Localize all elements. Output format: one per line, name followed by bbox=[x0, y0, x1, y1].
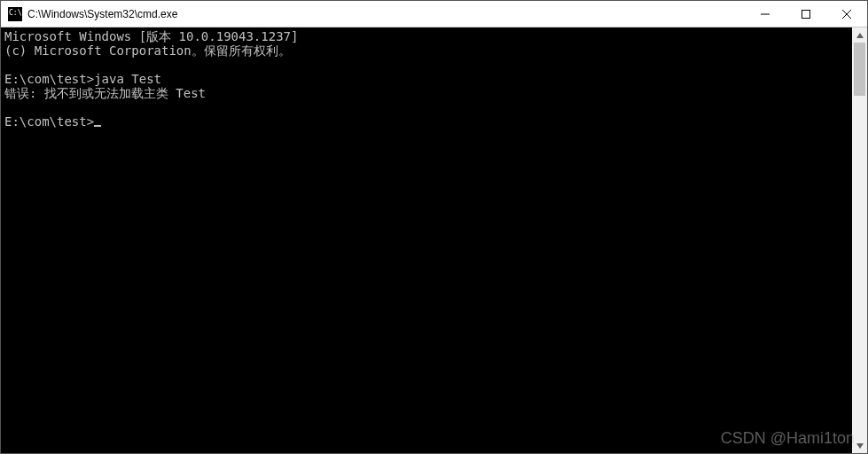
client-area: Microsoft Windows [版本 10.0.19043.1237] (… bbox=[1, 27, 867, 453]
scroll-track[interactable] bbox=[852, 43, 867, 438]
scroll-down-button[interactable] bbox=[852, 438, 867, 453]
copyright-line: (c) Microsoft Corporation。保留所有权利。 bbox=[4, 43, 291, 58]
close-icon bbox=[842, 10, 851, 19]
close-button[interactable] bbox=[826, 1, 867, 27]
scroll-up-button[interactable] bbox=[852, 27, 867, 43]
title-bar[interactable]: C:\Windows\System32\cmd.exe bbox=[1, 1, 867, 27]
minimize-icon bbox=[761, 10, 770, 19]
scroll-thumb[interactable] bbox=[854, 43, 865, 96]
error-line: 错误: 找不到或无法加载主类 Test bbox=[4, 86, 206, 100]
prompt-command: java Test bbox=[94, 72, 161, 86]
maximize-button[interactable] bbox=[786, 1, 826, 27]
svg-marker-4 bbox=[856, 33, 864, 38]
os-version-line: Microsoft Windows [版本 10.0.19043.1237] bbox=[4, 29, 298, 43]
cmd-window: C:\Windows\System32\cmd.exe Microsoft Wi… bbox=[0, 0, 868, 454]
vertical-scrollbar[interactable] bbox=[852, 27, 867, 453]
svg-rect-1 bbox=[802, 10, 810, 18]
cursor bbox=[94, 125, 101, 127]
maximize-icon bbox=[802, 10, 810, 19]
chevron-up-icon bbox=[856, 32, 864, 39]
svg-marker-5 bbox=[856, 443, 864, 449]
prompt-path: E:\com\test> bbox=[4, 114, 94, 129]
window-title: C:\Windows\System32\cmd.exe bbox=[27, 8, 177, 20]
cmd-icon bbox=[8, 7, 22, 21]
minimize-button[interactable] bbox=[745, 1, 786, 27]
prompt-path: E:\com\test> bbox=[4, 72, 94, 86]
terminal-output[interactable]: Microsoft Windows [版本 10.0.19043.1237] (… bbox=[1, 27, 852, 453]
chevron-down-icon bbox=[856, 442, 864, 450]
